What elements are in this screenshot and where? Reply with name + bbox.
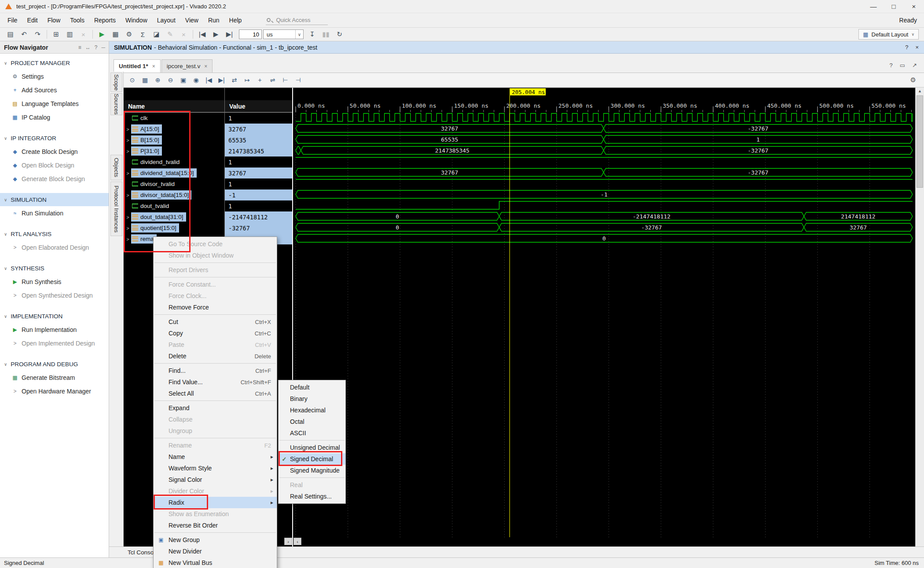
flow-item-create-block-design[interactable]: ◆Create Block Design bbox=[0, 145, 109, 158]
menu-item-signed-magnitude[interactable]: Signed Magnitude bbox=[279, 465, 345, 476]
signal-row-p-31-0[interactable]: >P[31:0] bbox=[124, 146, 224, 157]
menu-item-signal-color[interactable]: Signal Color▸ bbox=[154, 474, 277, 485]
menu-layout[interactable]: Layout bbox=[152, 15, 180, 25]
signal-name-cell[interactable]: divisor_tvalid bbox=[131, 179, 177, 189]
menu-view[interactable]: View bbox=[180, 15, 203, 25]
float-icon[interactable]: ▭ bbox=[900, 62, 905, 69]
menu-item-select-all[interactable]: Select AllCtrl+A bbox=[154, 388, 277, 399]
copy-icon[interactable]: ⊞ bbox=[49, 29, 63, 40]
signal-row-dividend-tvalid[interactable]: dividend_tvalid bbox=[124, 157, 224, 167]
swap-cursors-icon[interactable]: ⇄ bbox=[228, 75, 241, 85]
signal-row-a-15-0[interactable]: >A[15:0] bbox=[124, 124, 224, 135]
side-tab-protocol-instances[interactable]: Protocol Instances bbox=[110, 182, 122, 236]
signal-value-divisor-tvalid[interactable]: 1 bbox=[225, 178, 292, 189]
settings-icon[interactable]: ⚙ bbox=[122, 29, 136, 40]
flow-section-program-and-debug[interactable]: ∨PROGRAM AND DEBUG bbox=[0, 357, 109, 371]
zoom-to-cursor-icon[interactable]: ◉ bbox=[190, 75, 202, 85]
menu-item-find-value[interactable]: Find Value...Ctrl+Shift+F bbox=[154, 376, 277, 388]
menu-item-reverse-bit-order[interactable]: Reverse Bit Order bbox=[154, 520, 277, 531]
flow-section-rtl-analysis[interactable]: ∨RTL ANALYSIS bbox=[0, 227, 109, 240]
close-icon[interactable]: × bbox=[152, 63, 155, 69]
menu-item-binary[interactable]: Binary bbox=[279, 393, 345, 404]
waveform-canvas[interactable]: 0.000 ns50.000 ns100.000 ns150.000 ns200… bbox=[293, 88, 915, 546]
menu-item-signed-decimal[interactable]: ✓Signed Decimal bbox=[279, 453, 345, 465]
minimize-button[interactable]: — bbox=[863, 0, 884, 13]
menu-item-new-group[interactable]: ▣New Group bbox=[154, 534, 277, 546]
signal-name-cell[interactable]: A[15:0] bbox=[131, 124, 162, 134]
flow-item-open-block-design[interactable]: ◆Open Block Design bbox=[0, 158, 109, 172]
redo-icon[interactable]: ↷ bbox=[31, 29, 44, 40]
menu-window[interactable]: Window bbox=[121, 15, 152, 25]
signal-value-b-15-0[interactable]: 65535 bbox=[225, 135, 292, 146]
collapse-icon[interactable]: ∨ bbox=[4, 266, 7, 271]
menu-flow[interactable]: Flow bbox=[43, 15, 66, 25]
menu-item-default[interactable]: Default bbox=[279, 382, 345, 393]
collapse-icon[interactable]: ∨ bbox=[4, 232, 7, 237]
menu-item-ascii[interactable]: ASCII bbox=[279, 427, 345, 439]
signal-name-cell[interactable]: clk bbox=[131, 113, 150, 123]
expand-icon[interactable]: > bbox=[125, 193, 131, 198]
menu-item-find[interactable]: Find...Ctrl+F bbox=[154, 365, 277, 376]
signal-value-dout-tvalid[interactable]: 1 bbox=[225, 200, 292, 211]
menu-item-delete[interactable]: DeleteDelete bbox=[154, 350, 277, 362]
signal-name-cell[interactable]: P[31:0] bbox=[131, 146, 162, 156]
undo-icon[interactable]: ↶ bbox=[17, 29, 31, 40]
signal-name-cell[interactable]: B[15:0] bbox=[131, 135, 162, 145]
side-tab-scope[interactable]: Scope bbox=[110, 73, 122, 92]
flow-item-ip-catalog[interactable]: ▦IP Catalog bbox=[0, 110, 109, 124]
expand-icon[interactable]: > bbox=[125, 149, 131, 154]
side-tab-sources[interactable]: Sources bbox=[110, 93, 122, 115]
menu-tools[interactable]: Tools bbox=[65, 15, 89, 25]
signal-value-divisor-tdata-15-0[interactable]: -1 bbox=[225, 189, 292, 200]
zoom-out-icon[interactable]: ⊖ bbox=[164, 75, 177, 85]
menu-item-copy[interactable]: CopyCtrl+C bbox=[154, 328, 277, 339]
run-all-icon[interactable]: ▶ bbox=[209, 29, 223, 40]
signal-name-cell[interactable]: divisor_tdata[15:0] bbox=[131, 190, 191, 200]
flow-item-open-hardware-manager[interactable]: >Open Hardware Manager bbox=[0, 384, 109, 398]
close-icon[interactable]: × bbox=[915, 44, 919, 51]
flow-item-generate-bitstream[interactable]: ▦Generate Bitstream bbox=[0, 371, 109, 384]
flow-section-ip-integrator[interactable]: ∨IP INTEGRATOR bbox=[0, 131, 109, 145]
restart-icon[interactable]: |◀ bbox=[195, 29, 209, 40]
swap-markers-icon[interactable]: ⇌ bbox=[266, 75, 279, 85]
signal-row-b-15-0[interactable]: >B[15:0] bbox=[124, 135, 224, 146]
tab-untitled-1[interactable]: Untitled 1*× bbox=[114, 59, 161, 73]
menu-item-hexadecimal[interactable]: Hexadecimal bbox=[279, 404, 345, 416]
collapse-icon[interactable]: ∨ bbox=[4, 197, 7, 202]
expand-icon[interactable]: > bbox=[125, 215, 131, 220]
menu-help[interactable]: Help bbox=[224, 15, 247, 25]
vertical-scrollbar[interactable]: ▲ bbox=[915, 87, 924, 546]
signal-row-dout-tvalid[interactable]: dout_tvalid bbox=[124, 200, 224, 211]
save-waveform-icon[interactable]: ▦ bbox=[139, 75, 151, 85]
step-icon[interactable]: ▶| bbox=[223, 29, 236, 40]
sum-icon[interactable]: Σ bbox=[136, 29, 150, 40]
signal-name-cell[interactable]: dividend_tdata[15:0] bbox=[131, 168, 197, 178]
collapse-icon[interactable]: ∨ bbox=[4, 362, 7, 367]
simulation-time-input[interactable] bbox=[239, 29, 262, 39]
expand-icon[interactable]: > bbox=[125, 237, 131, 242]
signal-value-a-15-0[interactable]: 32767 bbox=[225, 124, 292, 135]
scrollbar-thumb[interactable] bbox=[917, 95, 923, 188]
resize-icon[interactable]: ↔ bbox=[85, 44, 91, 51]
flow-item-language-templates[interactable]: ▤Language Templates bbox=[0, 97, 109, 110]
flow-item-run-implementation[interactable]: ▶Run Implementation bbox=[0, 323, 109, 336]
tab-ipcore-test-v[interactable]: ipcore_test.v× bbox=[161, 59, 213, 73]
menu-item-real-settings[interactable]: Real Settings... bbox=[279, 491, 345, 502]
collapse-icon[interactable]: ∨ bbox=[4, 61, 7, 66]
flow-item-open-synthesized-design[interactable]: >Open Synthesized Design bbox=[0, 288, 109, 302]
menu-item-unsigned-decimal[interactable]: Unsigned Decimal bbox=[279, 442, 345, 453]
menu-run[interactable]: Run bbox=[203, 15, 224, 25]
signal-value-dout-tdata-31-0[interactable]: -2147418112 bbox=[225, 211, 292, 222]
menu-item-expand[interactable]: Expand bbox=[154, 402, 277, 414]
close-button[interactable]: × bbox=[904, 0, 924, 13]
goto-time-icon[interactable]: ↦ bbox=[241, 75, 253, 85]
flow-item-open-elaborated-design[interactable]: >Open Elaborated Design bbox=[0, 240, 109, 254]
scroll-left-icon[interactable]: ‹ bbox=[293, 538, 301, 545]
menu-item-name[interactable]: Name▸ bbox=[154, 451, 277, 462]
previous-transition-icon[interactable]: |◀ bbox=[202, 75, 215, 85]
add-marker-icon[interactable]: + bbox=[253, 75, 266, 85]
next-transition-icon[interactable]: ▶| bbox=[215, 75, 228, 85]
scroll-right-icon[interactable]: › bbox=[284, 538, 292, 545]
menu-item-cut[interactable]: CutCtrl+X bbox=[154, 316, 277, 328]
signal-row-dividend-tdata-15-0[interactable]: >dividend_tdata[15:0] bbox=[124, 167, 224, 178]
